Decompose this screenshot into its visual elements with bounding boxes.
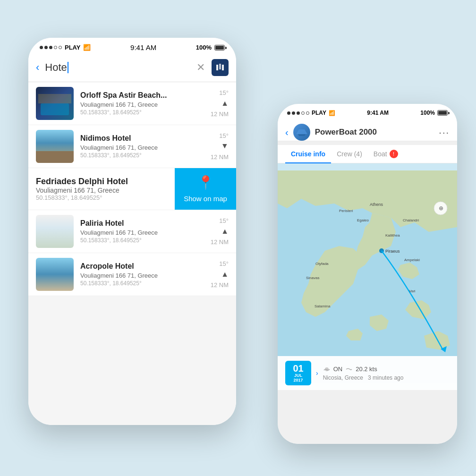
hotel-thumbnail	[36, 87, 74, 120]
battery-label: 100%	[196, 44, 212, 51]
table-row[interactable]: Paliria Hotel Vouliagmeni 166 71, Greece…	[28, 210, 236, 253]
search-text: Hote	[45, 61, 67, 74]
dot1	[287, 111, 290, 115]
dot4	[301, 111, 305, 115]
carrier-label2: PLAY	[312, 110, 326, 116]
svg-text:Egaleo: Egaleo	[357, 218, 369, 222]
clear-button[interactable]: ✕	[196, 61, 205, 74]
date-tag[interactable]: 01 JUL 2017	[285, 361, 311, 385]
search-actions: ✕	[196, 59, 229, 76]
hotel-coords: 50.158333°, 18.649525°	[80, 280, 206, 287]
svg-text:Sinavas: Sinavas	[306, 276, 319, 280]
trip-location: Nicosia, Greece 3 minutes ago	[323, 374, 450, 381]
location-name: Nicosia, Greece	[323, 374, 363, 381]
svg-rect-2	[222, 65, 224, 70]
hotel-name: Paliria Hotel	[80, 219, 206, 228]
hotel-thumbnail	[36, 215, 74, 248]
boat-avatar	[293, 124, 310, 141]
date-bar: 01 JUL 2017 › ON 20.2	[278, 356, 457, 390]
direction-arrow-up: ▲	[221, 270, 229, 279]
date-month: JUL	[294, 373, 302, 378]
distance-label: 12 NM	[211, 238, 229, 246]
wifi-icon2: 📶	[329, 110, 335, 116]
dot1	[40, 46, 43, 49]
status-bar-phone2: PLAY 📶 9:41 AM 100%	[278, 104, 457, 120]
svg-text:Kallithea: Kallithea	[385, 233, 400, 238]
hotel-address: Vouliagmeni 166 71, Greece	[80, 272, 206, 279]
table-row[interactable]: Fedriades Delphi Hotel Vouliagmeni 166 7…	[28, 168, 236, 210]
phone1-search: PLAY 📶 9:41 AM 100% ‹ Hote ✕	[28, 38, 236, 425]
svg-text:⊕: ⊕	[439, 205, 443, 212]
dot3	[297, 111, 300, 115]
back-button[interactable]: ‹	[36, 61, 39, 74]
date-year: 2017	[293, 378, 303, 382]
svg-text:Athens: Athens	[370, 202, 383, 207]
wifi-icon: 📶	[83, 44, 91, 51]
bearing-label: 15°	[219, 89, 229, 96]
signal-dots2	[287, 111, 309, 115]
dot5	[306, 111, 309, 115]
tab-boat[interactable]: Boat !	[368, 145, 404, 163]
search-bar: ‹ Hote ✕	[28, 55, 236, 82]
signal-dots	[40, 46, 62, 49]
wind-icon	[345, 366, 353, 373]
boat-label: Boat	[374, 150, 387, 158]
tab-cruise-info[interactable]: Cruise info	[285, 145, 331, 163]
svg-rect-1	[219, 64, 221, 69]
dot3	[49, 46, 52, 49]
crew-label: Crew (4)	[337, 150, 362, 158]
table-row[interactable]: Orloff Spa Astir Beach... Vouliagmeni 16…	[28, 82, 236, 125]
battery-icon	[214, 45, 225, 51]
map-toggle-button[interactable]	[212, 59, 229, 76]
status-left: PLAY 📶	[40, 44, 91, 51]
more-options-button[interactable]: ···	[439, 127, 450, 138]
status-right: 100%	[196, 44, 225, 51]
date-arrow[interactable]: ›	[316, 369, 318, 377]
direction-arrow-up: ▲	[221, 99, 229, 108]
bearing-label: 15°	[219, 217, 229, 224]
phone2-cruise: PLAY 📶 9:41 AM 100% ‹ PowerBoat 2000 ··	[278, 104, 457, 444]
table-row[interactable]: Acropole Hotel Vouliagmeni 166 71, Greec…	[28, 253, 236, 296]
dot4	[54, 46, 57, 49]
hotel-info: Acropole Hotel Vouliagmeni 166 71, Greec…	[80, 262, 206, 287]
hotel-address: Vouliagmeni 166 71, Greece	[80, 229, 206, 236]
battery-label2: 100%	[420, 110, 435, 116]
hotel-coords: 50.158333°, 18.649525°	[80, 109, 206, 116]
hotel-name: Nidimos Hotel	[80, 134, 206, 143]
hotel-info: Nidimos Hotel Vouliagmeni 166 71, Greece…	[80, 134, 206, 159]
weather-label: ON	[333, 366, 343, 373]
time-ago: 3 minutes ago	[368, 374, 403, 381]
direction-arrow-up: ▲	[221, 227, 229, 236]
carrier-label: PLAY	[65, 44, 80, 51]
cruise-header: ‹ PowerBoat 2000 ···	[278, 120, 457, 141]
svg-text:Salamina: Salamina	[314, 304, 331, 308]
hotel-thumbnail	[36, 130, 74, 163]
battery-icon2	[437, 110, 448, 116]
hotel-address: Vouliagmeni 166 71, Greece	[80, 144, 206, 151]
status-bar-phone1: PLAY 📶 9:41 AM 100%	[28, 38, 236, 55]
distance-label: 12 NM	[211, 110, 229, 118]
cruise-info-label: Cruise info	[291, 150, 325, 158]
table-row[interactable]: Nidimos Hotel Vouliagmeni 166 71, Greece…	[28, 125, 236, 168]
hotel-info: Paliria Hotel Vouliagmeni 166 71, Greece…	[80, 219, 206, 244]
map-pin-icon: 📍	[197, 175, 214, 190]
clock2: 9:41 AM	[367, 110, 389, 116]
search-input[interactable]: Hote	[45, 61, 191, 74]
bearing-label: 15°	[219, 260, 229, 267]
date-day: 01	[293, 364, 303, 373]
dot5	[59, 46, 62, 49]
direction-arrow-down: ▲	[221, 142, 229, 151]
text-cursor	[68, 62, 68, 73]
weather-icon	[323, 366, 331, 373]
svg-text:Vari: Vari	[409, 289, 416, 293]
distance-label: 12 NM	[211, 153, 229, 161]
svg-text:Piraeus: Piraeus	[385, 249, 400, 254]
hotel-thumbnail	[36, 258, 74, 291]
clock: 9:41 AM	[130, 43, 156, 51]
back-button2[interactable]: ‹	[285, 127, 289, 138]
speed-label: 20.2 kts	[356, 366, 377, 373]
tab-crew[interactable]: Crew (4)	[331, 145, 368, 163]
hotel-info: Orloff Spa Astir Beach... Vouliagmeni 16…	[80, 91, 206, 116]
show-on-map-button[interactable]: 📍 Show on map	[175, 168, 236, 210]
svg-text:Olyfada: Olyfada	[315, 262, 329, 266]
